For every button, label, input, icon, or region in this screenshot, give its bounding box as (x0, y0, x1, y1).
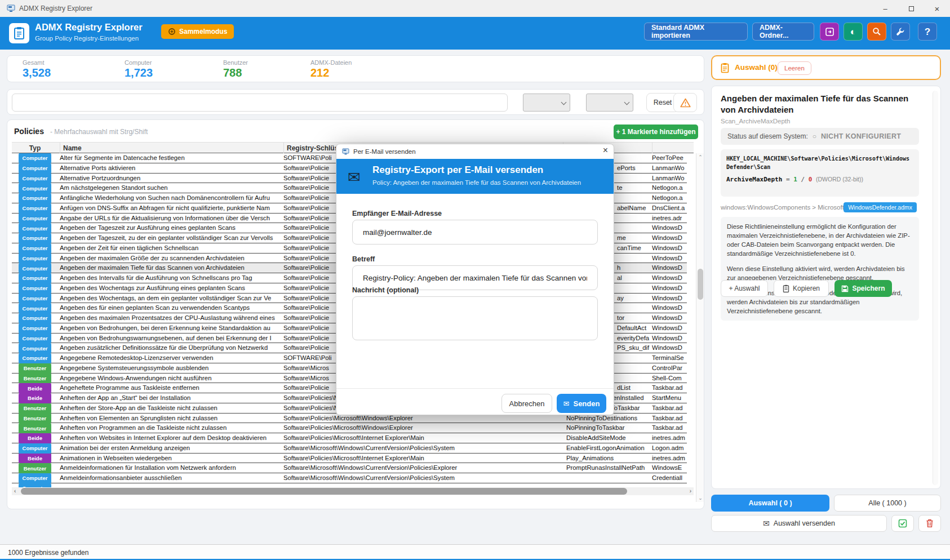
table-vertical-scrollbar[interactable]: ⌃ ⌄ (696, 153, 704, 502)
defender-button[interactable]: ◐ (844, 23, 863, 41)
policy-detail-code: Scan_ArchiveMaxDepth (721, 118, 790, 125)
import-standard-admx-button[interactable]: Standard ADMX importieren (644, 23, 748, 41)
stat-label: Computer (125, 59, 153, 66)
admx-file-cell: WindowsD (652, 294, 687, 304)
policy-type-cell: Computer (12, 183, 58, 193)
filter-dropdown-1[interactable] (523, 94, 570, 112)
scroll-left-icon[interactable]: ‹ (14, 487, 16, 495)
scroll-right-icon[interactable]: › (690, 487, 691, 495)
scan-search-button[interactable] (867, 23, 886, 41)
value-name-cell: DisableAddSiteMode (563, 433, 652, 443)
status-circle-icon: ○ (813, 132, 816, 140)
table-row[interactable]: Computer Animation bei der ersten Anmeld… (12, 443, 687, 454)
column-header-admx[interactable] (652, 143, 687, 154)
type-badge: Computer (19, 353, 51, 363)
search-input[interactable] (12, 94, 508, 112)
scroll-up-icon[interactable]: ⌃ (696, 154, 704, 160)
policies-hint: - Mehrfachauswahl mit Strg/Shift (50, 128, 148, 136)
type-badge: Benutzer (19, 363, 51, 374)
type-badge: Computer (19, 223, 51, 233)
table-horizontal-scrollbar[interactable]: ‹ › (12, 487, 694, 495)
delete-selection-button[interactable] (918, 515, 941, 532)
detail-scrollbar[interactable] (933, 91, 938, 485)
registry-browser-button[interactable] (820, 23, 839, 41)
maximize-button[interactable] (898, 0, 924, 17)
warning-button[interactable] (673, 93, 697, 112)
app-subtitle: Group Policy Registry-Einstellungen (35, 35, 139, 42)
registry-key-box: HKEY_LOCAL_MACHINE\Software\Policies\Mic… (721, 149, 919, 197)
registry-key-cell: Software\Policies\Microsoft\Internet Exp… (283, 433, 561, 443)
send-selection-button[interactable]: ✉ Auswahl versenden (711, 515, 887, 532)
selection-tab-button[interactable]: Auswahl ( 0 ) (711, 495, 829, 512)
admx-file-cell: Logon.adm (652, 443, 687, 454)
add-to-selection-button[interactable]: + Auswahl (721, 280, 768, 297)
clipboard-icon (721, 63, 729, 73)
type-badge: Computer (19, 254, 51, 264)
recipient-input[interactable] (352, 220, 598, 245)
type-badge: Computer (19, 163, 51, 174)
policy-type-cell: Computer (12, 203, 58, 214)
policy-name-cell: Angeben des Wochentags, an dem ein gepla… (60, 294, 284, 304)
admx-file-cell: WindowsD (652, 334, 687, 344)
modal-title: Registry-Export per E-Mail versenden (372, 165, 543, 176)
policy-type-cell: Computer (12, 214, 58, 224)
checkbox-icon (898, 519, 907, 528)
admx-file-badge[interactable]: WindowsDefender.admx (844, 202, 917, 212)
table-row[interactable]: Beide Animationen in Webseiten wiedergeb… (12, 454, 687, 464)
type-badge: Computer (19, 273, 51, 283)
send-button[interactable]: ✉ Senden (557, 394, 606, 413)
minimize-button[interactable]: – (872, 0, 898, 17)
table-row-partial[interactable]: Computer (12, 483, 687, 487)
envelope-icon: ✉ (563, 399, 570, 408)
policy-name-cell: Anheften von Programmen an die Taskleist… (60, 423, 284, 433)
copy-button[interactable]: Kopieren (774, 280, 829, 297)
policy-type-cell: Benutzer (12, 414, 58, 424)
column-header-typ[interactable]: Typ (12, 143, 58, 154)
close-button[interactable]: × (924, 0, 950, 17)
admx-file-cell: WindowsD (652, 313, 687, 323)
policy-type-cell: Computer (12, 193, 58, 203)
table-row[interactable]: Computer Anmeldeinformationsanbieter aus… (12, 473, 687, 483)
column-header-name[interactable]: Name (60, 143, 283, 154)
policy-type-cell: Computer (12, 223, 58, 233)
help-button[interactable]: ? (918, 23, 937, 41)
send-selection-label: Auswahl versenden (774, 519, 835, 527)
table-row[interactable]: Benutzer Anmeldeinformationen für Instal… (12, 463, 687, 473)
tools-button[interactable] (891, 23, 910, 41)
policy-type-cell: Computer (12, 343, 58, 353)
type-badge: Beide (19, 393, 51, 403)
table-row[interactable]: Benutzer Anheften von Programmen an die … (12, 423, 687, 433)
status-bar: 1000 Ergebnisse gefunden (0, 544, 950, 560)
add-marked-button[interactable]: + 1 Markierte hinzufügen (614, 125, 698, 139)
stats-card: Gesamt 3,528 Computer 1,723 Benutzer 788… (7, 55, 704, 82)
save-button[interactable]: Speichern (834, 280, 892, 297)
admx-folder-button[interactable]: ADMX-Ordner... (752, 23, 814, 41)
policy-name-cell: Angeben des Intervalls für die Ausführun… (60, 273, 284, 283)
select-all-checkbox-button[interactable] (891, 515, 914, 532)
vertical-scroll-thumb[interactable] (698, 269, 703, 300)
type-badge: Computer (19, 473, 51, 483)
modal-close-button[interactable]: × (603, 145, 608, 155)
window-title: ADMX Registry Explorer (19, 5, 92, 12)
table-row[interactable]: Beide Anheften von Websites in Internet … (12, 433, 687, 443)
policy-name-cell: Angegebene Windows-Anwendungen nicht aus… (60, 374, 284, 384)
horizontal-scroll-thumb[interactable] (21, 488, 627, 495)
type-badge: Computer (19, 283, 51, 294)
clear-selection-button[interactable]: Leeren (778, 61, 811, 75)
type-badge: Benutzer (19, 423, 51, 433)
all-tab-button[interactable]: Alle ( 1000 ) (834, 495, 941, 512)
stat-benutzer: Benutzer 788 (223, 59, 248, 79)
admx-file-cell: Credentiall (652, 473, 687, 483)
policy-status-box: Status auf diesem System: ○ NICHT KONFIG… (721, 128, 919, 145)
admx-file-cell: WindowsD (652, 233, 687, 243)
message-textarea[interactable] (352, 296, 598, 340)
cancel-button[interactable]: Abbrechen (501, 394, 552, 413)
policy-type-cell: Benutzer (12, 423, 58, 433)
scroll-down-icon[interactable]: ⌄ (696, 495, 704, 501)
policy-name-cell: Alternative Portzuordnungen (60, 174, 284, 184)
filter-dropdown-2[interactable] (586, 94, 633, 112)
stat-label: Benutzer (223, 59, 248, 66)
clipboard-icon (14, 26, 25, 40)
admx-file-cell: WindowsD (652, 223, 687, 233)
collect-mode-badge[interactable]: Sammelmodus (161, 24, 234, 39)
